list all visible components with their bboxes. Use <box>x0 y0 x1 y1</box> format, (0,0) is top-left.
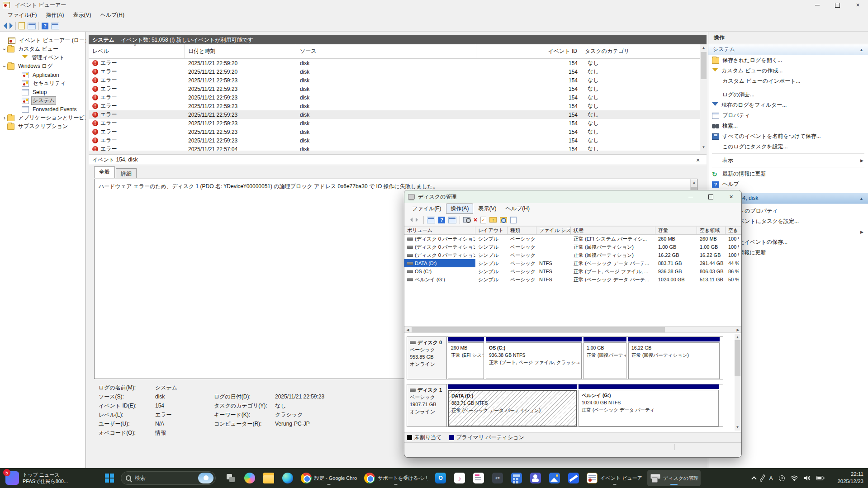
col-capacity[interactable]: 容量 <box>655 227 697 234</box>
widgets-button[interactable]: 5 トップ ニュースPFASで住民ら800... <box>5 471 68 485</box>
explore-icon[interactable] <box>500 217 507 223</box>
volume-row-selected[interactable]: DATA (D:) シンプルベーシックNTFS正常 (ベーシック データ パーテ… <box>404 259 741 267</box>
photos-button[interactable] <box>546 470 563 486</box>
help-icon[interactable] <box>438 217 445 223</box>
partition-efi[interactable]: 260 MB正常 (EFI システ <box>448 337 484 379</box>
start-button[interactable] <box>102 470 117 486</box>
help-icon[interactable] <box>42 23 48 29</box>
action-clear-log[interactable]: ログの消去... <box>708 90 868 100</box>
event-viewer-taskbar-button[interactable]: イベント ビューア <box>584 470 645 486</box>
disk-management-taskbar-button[interactable]: ディスクの管理 <box>647 470 701 486</box>
properties-icon[interactable] <box>510 217 517 223</box>
tree-item-applications-services-logs[interactable]: アプリケーションとサービス ログ <box>0 114 85 122</box>
edge-button[interactable] <box>280 470 296 486</box>
tree-item-forwarded-events[interactable]: Forwarded Events <box>0 105 85 114</box>
event-row-selected[interactable]: エラー2025/11/21 22:59:23disk154なし <box>89 110 700 119</box>
tree-item-subscriptions[interactable]: サブスクリプション <box>0 122 85 131</box>
event-row[interactable]: エラー2025/11/21 22:59:20disk154なし <box>89 67 700 76</box>
folder-up-icon[interactable] <box>489 217 497 223</box>
mark-active-icon[interactable] <box>480 217 486 223</box>
wifi-icon[interactable] <box>791 475 798 481</box>
volume-row[interactable]: OS (C:) シンプルベーシックNTFS正常 (ブート, ページ ファイル, … <box>404 267 741 275</box>
event-row[interactable]: エラー2025/11/21 22:59:23disk154なし <box>89 102 700 110</box>
tree-item-event-viewer-local[interactable]: イベント ビューアー (ローカル) <box>0 36 85 45</box>
snipping-tool-button[interactable] <box>489 470 506 486</box>
tree-item-administrative-events[interactable]: 管理イベント <box>0 53 85 62</box>
export-icon[interactable] <box>19 22 25 29</box>
column-event-id[interactable]: イベント ID <box>476 44 581 58</box>
rescan-disks-icon[interactable] <box>463 217 470 223</box>
back-icon[interactable] <box>408 218 413 222</box>
partition-os-c[interactable]: OS (C:)936.38 GB NTFS正常 (ブート, ページ ファイル, … <box>486 337 582 379</box>
event-row[interactable]: エラー2025/11/21 22:59:23disk154なし <box>89 76 700 85</box>
scroll-down-icon[interactable]: ▼ <box>735 424 740 431</box>
partition-recovery-1[interactable]: 1.00 GB正常 (回復パーティシ <box>583 337 626 379</box>
console-tree-icon[interactable] <box>28 23 36 29</box>
chevron-expanded-icon[interactable] <box>2 63 7 70</box>
action-find[interactable]: 検索... <box>708 121 868 131</box>
collapse-icon[interactable] <box>859 196 863 201</box>
disk-1-label[interactable]: ディスク 1 ベーシック 1907.71 GB オンライン <box>407 384 447 426</box>
action-open-saved-log[interactable]: 保存されたログを開く... <box>708 55 868 66</box>
forward-icon[interactable] <box>9 23 13 29</box>
event-row[interactable]: エラー2025/11/21 22:59:23disk154なし <box>89 119 700 128</box>
event-row[interactable]: エラー2025/11/21 22:59:23disk154なし <box>89 136 700 145</box>
actions-section-system[interactable]: システム <box>708 44 868 55</box>
disk-0-label[interactable]: ディスク 0 ベーシック 953.85 GB オンライン <box>407 337 447 379</box>
maximize-button[interactable] <box>701 190 721 203</box>
action-create-custom-view[interactable]: カスタム ビューの作成... <box>708 66 868 76</box>
col-filesystem[interactable]: ファイル システム <box>536 227 571 234</box>
col-status[interactable]: 状態 <box>571 227 655 234</box>
close-button[interactable] <box>848 0 868 10</box>
event-row[interactable]: エラー2025/11/21 22:59:23disk154なし <box>89 128 700 136</box>
action-pane-icon[interactable] <box>448 217 456 223</box>
notes-app-button[interactable] <box>470 470 487 486</box>
tree-item-system[interactable]: システム <box>0 96 85 105</box>
file-explorer-button[interactable] <box>261 470 277 486</box>
volume-row[interactable]: ベルンイ (G:) シンプルベーシックNTFS正常 (ベーシック データ パーテ… <box>404 275 741 284</box>
action-view[interactable]: 表示 <box>708 155 868 166</box>
chevron-expanded-icon[interactable] <box>2 46 7 52</box>
scroll-left-icon[interactable]: ◀ <box>404 327 411 333</box>
volume-row[interactable]: (ディスク 0 パーティション 1) シンプルベーシック正常 (EFI システム… <box>404 235 741 243</box>
pen-disabled-icon[interactable] <box>760 475 765 481</box>
column-datetime[interactable]: 日付と時刻 <box>185 44 296 58</box>
forward-icon[interactable] <box>416 218 420 222</box>
teams-button[interactable] <box>527 470 544 486</box>
event-row[interactable]: エラー2025/11/21 22:57:04disk154なし <box>89 145 700 151</box>
column-task-category[interactable]: タスクのカテゴリ <box>581 44 700 58</box>
menu-action[interactable]: 操作(A) <box>42 10 68 20</box>
chrome-settings-button[interactable]: 設定 - Google Chro <box>299 470 359 486</box>
itunes-button[interactable] <box>451 470 468 486</box>
tree-item-setup[interactable]: Setup <box>0 88 85 96</box>
col-volume[interactable]: ボリューム <box>404 227 475 234</box>
tray-overflow-icon[interactable] <box>752 476 757 481</box>
chevron-collapsed-icon[interactable] <box>2 115 7 121</box>
menu-file[interactable]: ファイル(F) <box>4 10 41 20</box>
copilot-button[interactable] <box>242 470 258 486</box>
column-level[interactable]: レベル^ <box>89 44 185 58</box>
chrome-support-button[interactable]: サポートを受ける-シリコ <box>362 470 430 486</box>
col-type[interactable]: 種類 <box>508 227 536 234</box>
scroll-up-icon[interactable]: ▲ <box>691 179 697 186</box>
title-bar[interactable]: ディスクの管理 <box>404 190 741 203</box>
column-source[interactable]: ソース <box>296 44 476 58</box>
tab-details[interactable]: 詳細 <box>116 168 137 178</box>
clock[interactable]: 22:11 2025/12/23 <box>837 471 863 485</box>
event-row[interactable]: エラー2025/11/21 22:59:23disk154なし <box>89 93 700 102</box>
close-button[interactable] <box>721 190 741 203</box>
col-layout[interactable]: レイアウト <box>475 227 508 234</box>
delete-icon[interactable] <box>474 216 477 223</box>
col-free-space[interactable]: 空き領域 <box>697 227 726 234</box>
menu-file[interactable]: ファイル(F) <box>408 204 445 213</box>
event-list-scrollbar[interactable]: ▲ ▼ <box>700 44 707 151</box>
scroll-right-icon[interactable]: ▶ <box>735 327 741 333</box>
partition-data-d-selected[interactable]: DATA (D:)883.71 GB NTFS正常 (ベーシック データ パーテ… <box>448 384 577 426</box>
col-free-pct[interactable]: 空き <box>726 227 739 234</box>
graph-scrollbar[interactable]: ▲ ▼ <box>735 334 740 431</box>
scroll-up-icon[interactable]: ▲ <box>735 334 740 341</box>
action-help[interactable]: ヘルプ <box>708 179 868 190</box>
tab-general[interactable]: 全般 <box>94 166 115 178</box>
ime-indicator[interactable]: A <box>769 475 773 482</box>
partition-recovery-2[interactable]: 16.22 GB正常 (回復パーティション) <box>628 337 720 379</box>
